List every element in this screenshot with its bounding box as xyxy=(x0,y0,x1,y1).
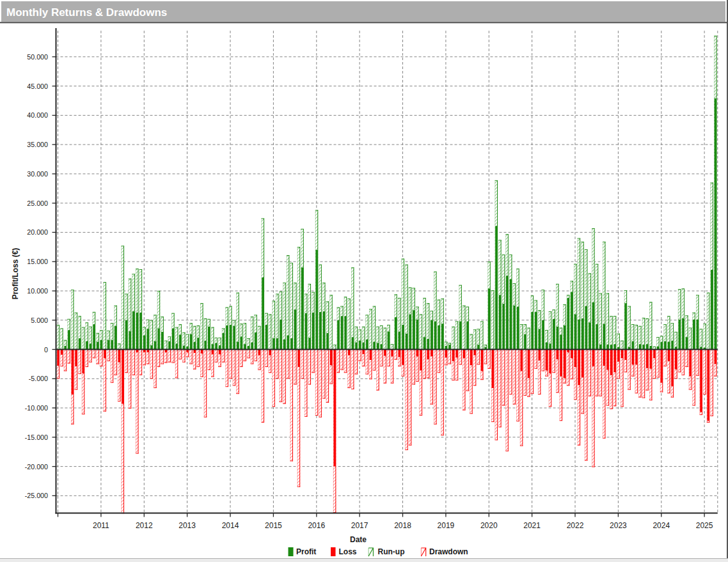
svg-text:40.000: 40.000 xyxy=(27,111,48,119)
svg-text:2022: 2022 xyxy=(567,521,584,530)
svg-text:Monthly Returns & Drawdowns: Monthly Returns & Drawdowns xyxy=(6,6,167,19)
svg-text:0: 0 xyxy=(44,346,48,354)
svg-text:45.000: 45.000 xyxy=(27,82,48,90)
svg-text:2015: 2015 xyxy=(265,521,282,530)
svg-text:30.000: 30.000 xyxy=(27,170,48,178)
svg-text:Run-up: Run-up xyxy=(378,547,405,556)
svg-text:2013: 2013 xyxy=(178,521,196,530)
svg-text:2018: 2018 xyxy=(394,521,411,530)
svg-text:2012: 2012 xyxy=(136,521,153,530)
svg-text:5.000: 5.000 xyxy=(31,316,48,324)
svg-text:Date: Date xyxy=(350,535,367,544)
svg-text:2011: 2011 xyxy=(93,521,109,530)
svg-text:2020: 2020 xyxy=(480,521,498,530)
svg-text:2019: 2019 xyxy=(438,521,455,530)
svg-text:2021: 2021 xyxy=(523,521,541,530)
svg-text:15.000: 15.000 xyxy=(27,258,48,265)
svg-text:-10.000: -10.000 xyxy=(25,404,48,412)
svg-text:Drawdown: Drawdown xyxy=(429,547,468,556)
svg-text:10.000: 10.000 xyxy=(27,287,48,295)
svg-text:2014: 2014 xyxy=(222,521,239,530)
svg-text:-20.000: -20.000 xyxy=(25,463,48,471)
svg-text:-15.000: -15.000 xyxy=(25,433,48,441)
svg-text:35.000: 35.000 xyxy=(27,141,48,148)
svg-text:25.000: 25.000 xyxy=(27,199,48,207)
svg-text:Loss: Loss xyxy=(339,547,357,556)
svg-text:-5.000: -5.000 xyxy=(29,375,48,382)
svg-text:2023: 2023 xyxy=(610,521,627,530)
svg-text:Profit/Loss (€): Profit/Loss (€) xyxy=(11,248,20,300)
svg-text:2017: 2017 xyxy=(351,521,368,530)
svg-text:20.000: 20.000 xyxy=(27,228,48,236)
svg-text:2024: 2024 xyxy=(653,521,670,530)
svg-text:-25.000: -25.000 xyxy=(25,492,48,499)
svg-text:Profit: Profit xyxy=(296,547,316,556)
svg-text:50.000: 50.000 xyxy=(27,53,48,61)
svg-text:2025: 2025 xyxy=(696,521,713,530)
svg-text:2016: 2016 xyxy=(308,521,325,530)
